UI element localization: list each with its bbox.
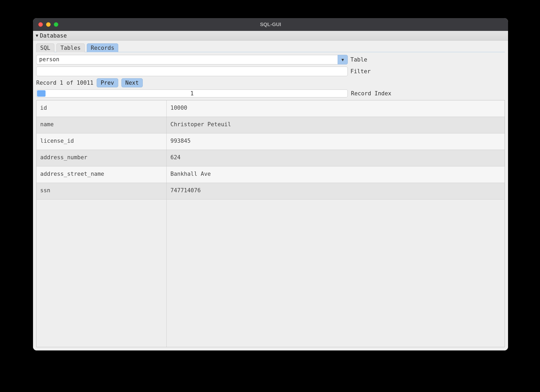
field-key: address_number: [36, 150, 167, 166]
table-row: address_street_name Bankhall Ave: [36, 166, 505, 183]
field-key: name: [36, 117, 167, 133]
record-index-label: Record Index: [351, 90, 391, 97]
table-row: name Christoper Peteuil: [36, 117, 505, 133]
window-maximize-button[interactable]: [54, 22, 58, 27]
window-close-button[interactable]: [38, 22, 43, 27]
field-key: ssn: [36, 183, 167, 199]
slider-value: 1: [36, 90, 347, 97]
field-key: id: [36, 100, 167, 117]
filter-label: Filter: [350, 68, 371, 75]
field-key: license_id: [36, 133, 167, 150]
window-title: SQL-GUI: [33, 22, 508, 27]
table-row: license_id 993845: [36, 133, 505, 150]
app-body: SQL Tables Records person ▼ Table F: [33, 40, 508, 350]
table-select[interactable]: person ▼: [36, 55, 348, 64]
menu-database[interactable]: Database: [40, 32, 67, 39]
table-select-value[interactable]: person: [36, 55, 338, 64]
prev-button[interactable]: Prev: [97, 78, 118, 87]
chevron-down-icon: ▼: [341, 57, 344, 62]
table-row: ssn 747714076: [36, 183, 505, 199]
window-minimize-button[interactable]: [46, 22, 51, 27]
field-value: 747714076: [167, 183, 505, 199]
tab-tables[interactable]: Tables: [56, 43, 85, 52]
tabbar: SQL Tables Records: [36, 43, 505, 52]
table-select-dropdown-button[interactable]: ▼: [338, 55, 348, 64]
record-index-slider[interactable]: 1: [36, 89, 348, 97]
table-row: address_number 624: [36, 150, 505, 166]
tab-sql[interactable]: SQL: [36, 43, 54, 52]
grid-empty-area: [36, 199, 505, 347]
field-value: Bankhall Ave: [167, 166, 505, 183]
titlebar: SQL-GUI: [33, 18, 508, 31]
menu-dropdown-icon[interactable]: ▼: [36, 33, 38, 38]
table-row: id 10000: [36, 100, 505, 117]
field-value: 624: [167, 150, 505, 166]
field-key: address_street_name: [36, 166, 167, 183]
record-status: Record 1 of 10011: [36, 80, 93, 86]
grid-empty-key-col: [36, 199, 167, 347]
field-value: 993845: [167, 133, 505, 150]
menubar: ▼ Database: [33, 31, 508, 40]
tab-records[interactable]: Records: [87, 43, 118, 52]
filter-input[interactable]: [36, 67, 348, 76]
field-value: 10000: [167, 100, 505, 117]
field-value: Christoper Peteuil: [167, 117, 505, 133]
next-button[interactable]: Next: [121, 78, 143, 87]
traffic-lights: [38, 22, 58, 27]
table-select-label: Table: [350, 56, 367, 63]
record-grid: id 10000 name Christoper Peteuil license…: [36, 100, 505, 347]
grid-empty-val-col: [167, 199, 505, 347]
app-window: SQL-GUI ▼ Database SQL Tables Records pe…: [33, 18, 508, 350]
